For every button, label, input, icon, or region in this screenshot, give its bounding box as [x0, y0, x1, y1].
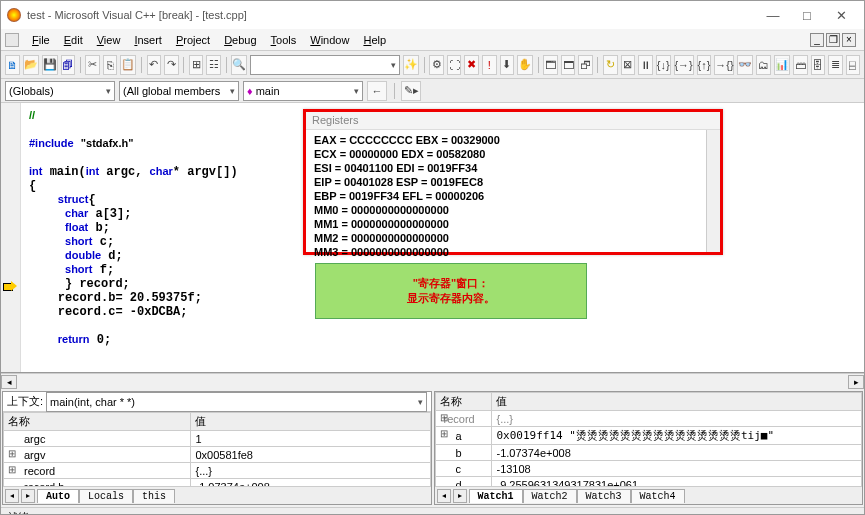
- editor-hscroll[interactable]: ◂ ▸: [1, 373, 864, 389]
- compile-button[interactable]: ⚙: [429, 55, 444, 75]
- members-combo[interactable]: (All global members: [119, 81, 239, 101]
- undo-button[interactable]: ↶: [147, 55, 162, 75]
- col-value[interactable]: 值: [492, 393, 862, 411]
- table-row: argv0x00581fe8: [4, 447, 431, 463]
- debug-panels: 上下文: main(int, char * *) 名称值 argc1 argv0…: [1, 389, 864, 507]
- menu-help[interactable]: Help: [356, 32, 393, 48]
- table-row: d-9.2559631349317831e+061: [435, 477, 862, 487]
- find-combo[interactable]: [250, 55, 400, 75]
- disasm-button[interactable]: ⌸: [846, 55, 861, 75]
- table-row: c-13108: [435, 461, 862, 477]
- context-bar: 上下文: main(int, char * *): [3, 392, 431, 412]
- function-combo[interactable]: ♦ main: [243, 81, 363, 101]
- save-all-button[interactable]: 🗐: [61, 55, 76, 75]
- execute-button[interactable]: !: [482, 55, 497, 75]
- tb-a[interactable]: 🗔: [543, 55, 558, 75]
- class-button[interactable]: ☷: [206, 55, 221, 75]
- new-button[interactable]: 🗎: [5, 55, 20, 75]
- mdi-close-button[interactable]: ×: [842, 33, 856, 47]
- tab-watch3[interactable]: Watch3: [577, 489, 631, 503]
- mdi-controls: _ ❐ ×: [810, 33, 860, 47]
- registers-body: EAX = CCCCCCCC EBX = 00329000 ECX = 0000…: [306, 130, 720, 264]
- redo-button[interactable]: ↷: [164, 55, 179, 75]
- tab-this[interactable]: this: [133, 489, 175, 503]
- menu-tools[interactable]: Tools: [264, 32, 304, 48]
- col-name[interactable]: 名称: [4, 413, 191, 431]
- doc-icon[interactable]: [5, 33, 19, 47]
- app-icon: [7, 8, 21, 22]
- menu-debug[interactable]: Debug: [217, 32, 263, 48]
- tab-next-button[interactable]: ▸: [453, 489, 467, 503]
- tab-watch1[interactable]: Watch1: [469, 489, 523, 503]
- variables-grid[interactable]: 名称值 argc1 argv0x00581fe8 record{...} rec…: [3, 412, 431, 486]
- watch-panel: 名称值 record{...} a0x0019ff14 "烫烫烫烫烫烫烫烫烫烫烫…: [434, 391, 864, 505]
- tab-prev-button[interactable]: ◂: [437, 489, 451, 503]
- regs-button[interactable]: 🗃: [793, 55, 808, 75]
- window-title: test - Microsoft Visual C++ [break] - [t…: [27, 9, 756, 21]
- tab-prev-button[interactable]: ◂: [5, 489, 19, 503]
- build-button[interactable]: ⛶: [447, 55, 462, 75]
- step-into-button[interactable]: {↓}: [656, 55, 671, 75]
- gutter: [1, 103, 21, 372]
- stop-build-button[interactable]: ✖: [464, 55, 479, 75]
- statusbar: 就绪: [1, 507, 864, 515]
- tb-c[interactable]: 🗗: [578, 55, 593, 75]
- tab-next-button[interactable]: ▸: [21, 489, 35, 503]
- wizard-bar: (Globals) (All global members ♦ main ← ✎…: [1, 79, 864, 103]
- code-editor[interactable]: // #include "stdafx.h" int main(int argc…: [1, 103, 864, 373]
- menu-project[interactable]: Project: [169, 32, 217, 48]
- quickwatch-button[interactable]: 👓: [737, 55, 753, 75]
- menu-window[interactable]: Window: [303, 32, 356, 48]
- paste-button[interactable]: 📋: [120, 55, 136, 75]
- step-over-button[interactable]: {→}: [674, 55, 694, 75]
- context-combo[interactable]: main(int, char * *): [46, 392, 426, 412]
- step-out-button[interactable]: {↑}: [697, 55, 712, 75]
- watch-window-button[interactable]: 🗂: [756, 55, 771, 75]
- cut-button[interactable]: ✂: [85, 55, 100, 75]
- minimize-button[interactable]: —: [756, 4, 790, 26]
- tab-watch4[interactable]: Watch4: [631, 489, 685, 503]
- tab-auto[interactable]: Auto: [37, 489, 79, 503]
- callstack-button[interactable]: ≣: [828, 55, 843, 75]
- restart-button[interactable]: ↻: [603, 55, 618, 75]
- watch-grid[interactable]: 名称值 record{...} a0x0019ff14 "烫烫烫烫烫烫烫烫烫烫烫…: [435, 392, 863, 486]
- annotation-line2: 显示寄存器内容。: [407, 291, 495, 306]
- context-label: 上下文:: [7, 394, 43, 409]
- col-name[interactable]: 名称: [435, 393, 492, 411]
- close-button[interactable]: ✕: [824, 4, 858, 26]
- go-button[interactable]: ⬇: [500, 55, 515, 75]
- menu-edit[interactable]: Edit: [57, 32, 90, 48]
- menu-file[interactable]: File: [25, 32, 57, 48]
- maximize-button[interactable]: □: [790, 4, 824, 26]
- registers-window[interactable]: Registers EAX = CCCCCCCC EBX = 00329000 …: [303, 109, 723, 255]
- variables-button[interactable]: 📊: [774, 55, 790, 75]
- tab-watch2[interactable]: Watch2: [523, 489, 577, 503]
- open-button[interactable]: 📂: [23, 55, 39, 75]
- wand-button[interactable]: ✨: [403, 55, 419, 75]
- menu-view[interactable]: View: [90, 32, 128, 48]
- scroll-right-button[interactable]: ▸: [848, 375, 864, 389]
- tb-b[interactable]: 🗖: [561, 55, 576, 75]
- mdi-minimize-button[interactable]: _: [810, 33, 824, 47]
- mem-button[interactable]: 🗄: [811, 55, 826, 75]
- table-row: argc1: [4, 431, 431, 447]
- watch-tabs: ◂ ▸ Watch1 Watch2 Watch3 Watch4: [435, 486, 863, 504]
- breakpoint-button[interactable]: ✋: [517, 55, 533, 75]
- workspace-button[interactable]: ⊞: [189, 55, 204, 75]
- stop-debug-button[interactable]: ⊠: [621, 55, 636, 75]
- nav-back-button[interactable]: ←: [367, 81, 387, 101]
- menu-insert[interactable]: Insert: [127, 32, 169, 48]
- scroll-left-button[interactable]: ◂: [1, 375, 17, 389]
- scope-combo[interactable]: (Globals): [5, 81, 115, 101]
- break-button[interactable]: ⏸: [638, 55, 653, 75]
- col-value[interactable]: 值: [191, 413, 430, 431]
- save-button[interactable]: 💾: [42, 55, 58, 75]
- registers-scrollbar[interactable]: [706, 130, 720, 252]
- wizard-action-button[interactable]: ✎▸: [401, 81, 421, 101]
- tab-locals[interactable]: Locals: [79, 489, 133, 503]
- run-to-button[interactable]: →{}: [714, 55, 734, 75]
- table-row: b-1.07374e+008: [435, 445, 862, 461]
- mdi-restore-button[interactable]: ❐: [826, 33, 840, 47]
- copy-button[interactable]: ⎘: [103, 55, 118, 75]
- find-button[interactable]: 🔍: [231, 55, 247, 75]
